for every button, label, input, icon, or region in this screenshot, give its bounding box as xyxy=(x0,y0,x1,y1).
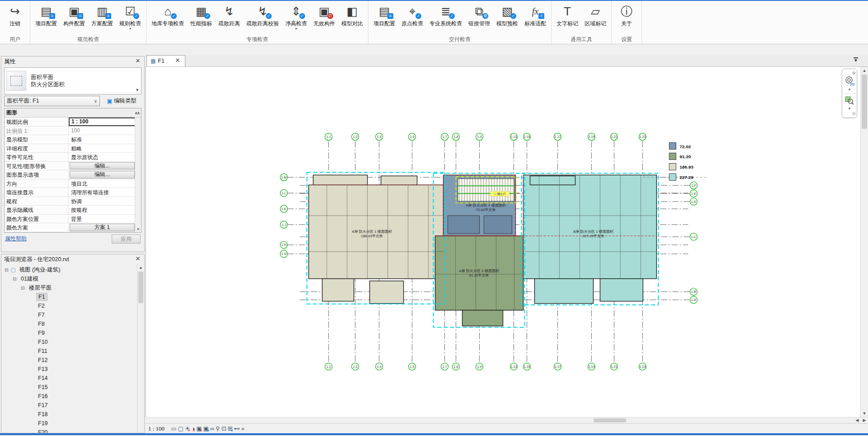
close-icon[interactable]: ✕ xyxy=(134,256,142,263)
detail-level-icon[interactable]: ▭ xyxy=(171,425,176,432)
expander-icon[interactable]: ⊟ xyxy=(12,277,17,281)
collapse-section-icon[interactable]: ∧∧ xyxy=(134,111,139,115)
sun-path-icon[interactable]: ☀✕ xyxy=(185,425,190,432)
grid-bubble-right[interactable]: 1-D xyxy=(690,198,697,205)
horizontal-scrollbar[interactable]: ◀ ▶ xyxy=(146,417,868,423)
tree-item-f10[interactable]: F10 xyxy=(3,338,144,347)
view-scale[interactable]: 1 : 100 xyxy=(148,425,165,432)
grid-bubble-top[interactable]: 1-19 xyxy=(588,133,595,141)
component-config-button[interactable]: ▣≡构件配置 xyxy=(60,2,88,32)
grid-bubble-top[interactable]: 1-1 xyxy=(325,133,332,141)
section-graphics[interactable]: 图形 xyxy=(6,109,134,117)
expander-icon[interactable]: ⊟ xyxy=(20,286,25,291)
floor-plan[interactable]: 1-11-11-31-31-41-41-51-51-71-71-81-81-91… xyxy=(146,67,868,417)
property-grid-scrollbar[interactable]: ▼ xyxy=(135,117,141,232)
grid-bubble-bottom[interactable]: 1-21 xyxy=(610,363,618,370)
grid-bubble-top[interactable]: 1-23 xyxy=(639,133,646,141)
tree-item-f9[interactable]: F9 xyxy=(3,328,144,338)
grid-bubble-left[interactable]: 1-M xyxy=(280,173,288,181)
link-manage-button[interactable]: ⧉⚙链接管理 xyxy=(465,2,493,32)
chevron-down-icon[interactable]: ▼ xyxy=(848,106,851,111)
instance-selector[interactable]: 面积平面: F1 ∨ xyxy=(4,96,100,106)
property-value[interactable]: 项目北 xyxy=(69,179,141,188)
chevron-down-icon[interactable]: ▼ xyxy=(848,87,851,92)
scroll-down-icon[interactable]: ▼ xyxy=(861,410,868,417)
grid-bubble-top[interactable]: 1-13 xyxy=(510,133,517,141)
grid-bubble-bottom[interactable]: 1-3 xyxy=(352,363,359,370)
crop-region-icon[interactable]: ⊡ xyxy=(222,425,226,432)
vertical-scrollbar[interactable]: ▲ ▼ xyxy=(860,67,868,417)
text-tag-button[interactable]: T文字标记 xyxy=(553,2,581,32)
tree-item-f17[interactable]: F17 xyxy=(3,401,144,410)
grid-bubble-bottom[interactable]: 1-17 xyxy=(554,363,561,370)
chevron-down-icon[interactable]: ▾ xyxy=(295,28,297,31)
expander-icon[interactable]: ⊟ xyxy=(4,267,9,272)
tree-item-f14[interactable]: F14 xyxy=(3,374,144,383)
collapse-icon[interactable]: « xyxy=(241,425,244,432)
tab-list-icon[interactable]: ▼ xyxy=(854,57,858,63)
grid-bubble-right[interactable]: 1-A xyxy=(690,296,697,304)
tree-item-f7[interactable]: F7 xyxy=(3,310,144,319)
reveal-hidden-icon[interactable]: ⚲ xyxy=(216,425,220,432)
property-value[interactable]: 按规程 xyxy=(69,206,141,214)
origin-check-button[interactable]: ⌖✓原点检查 xyxy=(398,2,426,32)
grid-bubble-top[interactable]: 1-17 xyxy=(554,133,561,141)
project-config-button[interactable]: ▤≡项目配置 xyxy=(32,2,60,32)
property-value[interactable]: 1 : 100 xyxy=(69,117,141,126)
grid-bubble-bottom[interactable]: 1-8 xyxy=(453,363,460,370)
grid-bubble-top[interactable]: 1-3 xyxy=(352,133,359,141)
tree-item-f8[interactable]: F8 xyxy=(3,319,144,328)
scroll-down-icon[interactable]: ▼ xyxy=(135,226,141,232)
logout-button[interactable]: ↪注销 xyxy=(2,2,28,32)
property-value[interactable]: 清理所有墙连接 xyxy=(69,188,141,197)
tree-item-f11[interactable]: F11 xyxy=(3,347,144,356)
grid-bubble-bottom[interactable]: 1-5 xyxy=(409,363,416,370)
grid-bubble-top[interactable]: 1-4 xyxy=(376,133,383,141)
grid-bubble-right[interactable]: 1-C xyxy=(690,233,697,240)
grid-bubble-top[interactable]: 1-7 xyxy=(441,133,448,141)
performance-index-button[interactable]: ▦✓性能指标 xyxy=(187,2,215,32)
scrollbar-thumb[interactable] xyxy=(138,272,143,303)
edit-button[interactable]: 编辑... xyxy=(70,171,135,178)
edit-type-button[interactable]: ▣ 编辑类型 xyxy=(102,96,142,106)
close-icon[interactable]: ✕ xyxy=(134,58,142,65)
grid-bubble-left[interactable]: 1-G xyxy=(280,250,288,258)
scheme-config-button[interactable]: ▥≡方案配置 xyxy=(88,2,116,32)
delivery-project-config-button[interactable]: ▤≡项目配置 xyxy=(370,2,398,32)
type-selector[interactable]: 面积平面 防火分区面积 ▾ xyxy=(4,67,142,94)
scroll-up-icon[interactable]: ▲ xyxy=(137,264,144,271)
measure-icon[interactable]: ⊷ xyxy=(234,425,240,432)
crop-view-icon[interactable]: ▣✕ xyxy=(196,425,202,432)
model-precheck-button[interactable]: ▧✓模型预检 xyxy=(493,2,521,32)
grid-bubble-bottom[interactable]: 1-23 xyxy=(639,363,646,370)
grid-bubble-left[interactable]: 1-J xyxy=(280,221,288,228)
evacuation-distance-button[interactable]: ↯疏散距离 xyxy=(215,2,243,32)
chevron-down-icon[interactable]: ▾ xyxy=(135,87,139,92)
grid-bubble-left[interactable]: 1-H xyxy=(280,241,288,248)
edit-button[interactable]: 方案 1 xyxy=(70,224,135,231)
property-help-link[interactable]: 属性帮助 xyxy=(5,235,112,243)
tree-item-f18[interactable]: F18 xyxy=(3,410,144,419)
grid-bubble-bottom[interactable]: 1-9 xyxy=(476,363,483,370)
grid-bubble-left[interactable]: 1-K xyxy=(280,205,288,212)
about-button[interactable]: ⓘ关于 xyxy=(613,2,640,32)
grid-bubble-bottom[interactable]: 1-13 xyxy=(510,363,517,370)
model-compare-button[interactable]: ◧模型对比 xyxy=(338,2,366,32)
reveal-constraints-icon[interactable]: ⊞● xyxy=(228,425,233,432)
property-value[interactable]: 粗略 xyxy=(69,144,141,153)
scroll-right-icon[interactable]: ▶ xyxy=(861,417,868,423)
grid-bubble-right[interactable]: 1-F xyxy=(690,182,697,189)
scroll-left-icon[interactable]: ◀ xyxy=(854,417,861,423)
grid-bubble-top[interactable]: 1-8 xyxy=(453,133,460,141)
minimize-icon[interactable]: ⊖ xyxy=(852,111,856,116)
clear-height-check-button[interactable]: ⇕✓净高检查▾ xyxy=(282,2,310,32)
scrollbar-thumb[interactable] xyxy=(594,418,626,422)
tree-item-f20[interactable]: F20 xyxy=(3,428,144,433)
scrollbar-thumb[interactable] xyxy=(862,75,867,129)
grid-bubble-top[interactable]: 1-9 xyxy=(476,133,483,141)
zoom-icon[interactable] xyxy=(844,94,855,106)
grid-bubble-left[interactable]: 1-L xyxy=(280,189,288,197)
property-value[interactable]: 标准 xyxy=(69,135,141,144)
tree-item-f19[interactable]: F19 xyxy=(3,419,144,428)
tree-item-f13[interactable]: F13 xyxy=(3,365,144,374)
